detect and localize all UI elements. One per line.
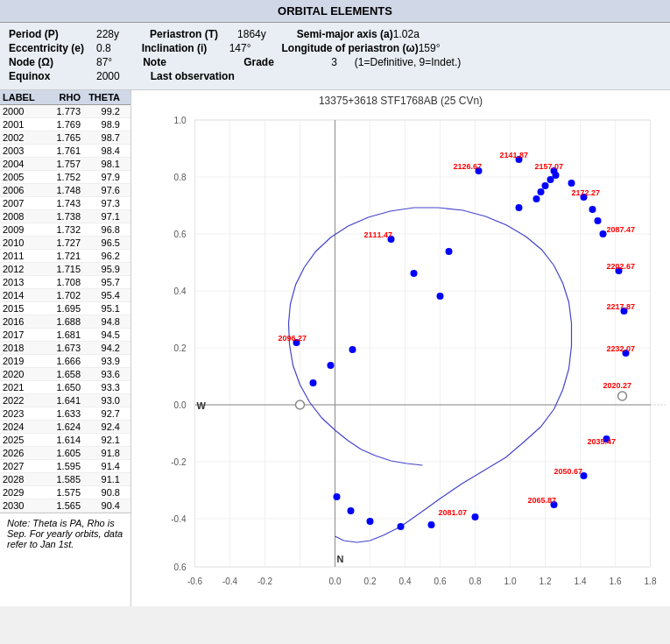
row-rho: 1.732 <box>39 223 83 236</box>
row-rho: 1.773 <box>39 105 83 117</box>
svg-point-82 <box>367 518 374 525</box>
svg-text:2126.67: 2126.67 <box>454 162 483 171</box>
row-label: 2016 <box>0 315 39 328</box>
row-rho: 1.715 <box>39 263 83 275</box>
table-row: 20201.65893.6 <box>0 368 130 381</box>
svg-point-94 <box>542 182 549 189</box>
row-label: 2024 <box>0 421 39 433</box>
periastron-label: Periastron (T) <box>150 28 237 40</box>
semi-major-value: 1.02a <box>393 28 420 40</box>
row-label: 2019 <box>0 355 39 367</box>
row-theta: 99.2 <box>83 105 123 117</box>
row-theta: 97.6 <box>83 184 123 196</box>
table-row: 20221.64193.0 <box>0 394 130 407</box>
row-label: 2011 <box>0 250 39 262</box>
row-theta: 97.1 <box>83 210 123 223</box>
table-row: 20041.75798.1 <box>0 158 130 171</box>
row-label: 2006 <box>0 184 39 196</box>
svg-text:-0.4: -0.4 <box>171 514 187 524</box>
table-row: 20271.59591.4 <box>0 460 130 473</box>
row-rho: 1.614 <box>39 434 83 446</box>
row-theta: 94.8 <box>83 315 123 328</box>
svg-text:-0.6: -0.6 <box>187 577 203 586</box>
row-theta: 91.4 <box>83 460 123 472</box>
table-row: 20071.74397.3 <box>0 197 130 210</box>
svg-point-86 <box>310 379 317 386</box>
row-rho: 1.624 <box>39 421 83 433</box>
row-rho: 1.708 <box>39 276 83 288</box>
svg-point-78 <box>472 513 479 520</box>
svg-point-90 <box>446 248 453 255</box>
table-section: LABEL RHO THETA 20001.77399.220011.76998… <box>0 90 131 606</box>
svg-text:2111.47: 2111.47 <box>364 230 393 239</box>
svg-text:2020.27: 2020.27 <box>603 381 632 390</box>
svg-point-80 <box>428 521 435 528</box>
eccentricity-value: 0.8 <box>96 42 111 54</box>
col-label-header: LABEL <box>0 90 39 104</box>
row-theta: 93.9 <box>83 355 123 367</box>
table-row: 20211.65093.3 <box>0 381 130 394</box>
grade-value: 3 <box>331 56 337 68</box>
svg-text:1.6: 1.6 <box>610 577 622 586</box>
table-row: 20231.63392.7 <box>0 407 130 421</box>
row-rho: 1.695 <box>39 302 83 315</box>
periastron-value: 1864y <box>237 28 266 40</box>
note-text: Note: Theta is PA, Rho is Sep. For yearl… <box>7 518 123 549</box>
row-label: 2009 <box>0 223 39 236</box>
header-title: ORBITAL ELEMENTS <box>278 4 392 18</box>
svg-point-81 <box>398 523 405 530</box>
row-theta: 95.7 <box>83 276 123 288</box>
table-row: 20021.76598.7 <box>0 131 130 145</box>
row-theta: 94.2 <box>83 342 123 354</box>
table-row: 20251.61492.1 <box>0 434 130 447</box>
row-label: 2020 <box>0 368 39 380</box>
svg-text:0.8: 0.8 <box>469 577 482 586</box>
table-row: 20171.68194.5 <box>0 329 130 342</box>
svg-text:0.2: 0.2 <box>364 577 377 586</box>
row-theta: 93.0 <box>83 394 123 407</box>
svg-text:1.0: 1.0 <box>174 116 187 125</box>
svg-point-70 <box>618 392 627 400</box>
svg-point-98 <box>589 206 596 213</box>
row-rho: 1.752 <box>39 171 83 183</box>
row-rho: 1.585 <box>39 473 83 485</box>
svg-text:0.4: 0.4 <box>399 577 412 586</box>
table-row: 20191.66693.9 <box>0 355 130 368</box>
svg-point-62 <box>600 230 607 237</box>
row-rho: 1.765 <box>39 131 83 144</box>
row-rho: 1.650 <box>39 381 83 393</box>
svg-text:2202.67: 2202.67 <box>607 262 636 271</box>
svg-text:1.4: 1.4 <box>575 577 587 586</box>
node-label: Node (Ω) <box>9 56 96 68</box>
svg-point-92 <box>533 195 540 202</box>
row-rho: 1.641 <box>39 394 83 407</box>
node-value: 87° <box>96 56 112 68</box>
row-theta: 98.1 <box>83 158 123 170</box>
row-rho: 1.575 <box>39 486 83 499</box>
inclination-label: Inclination (i) <box>142 42 229 54</box>
row-rho: 1.666 <box>39 355 83 367</box>
row-rho: 1.769 <box>39 118 83 131</box>
svg-text:2217.87: 2217.87 <box>607 302 636 311</box>
table-row: 20001.77399.2 <box>0 105 130 118</box>
note-section: Note: Theta is PA, Rho is Sep. For yearl… <box>0 513 130 554</box>
row-rho: 1.681 <box>39 329 83 341</box>
svg-point-53 <box>437 293 444 300</box>
row-label: 2026 <box>0 447 39 459</box>
row-theta: 90.8 <box>83 486 123 499</box>
table-row: 20111.72196.2 <box>0 250 130 263</box>
svg-text:1.8: 1.8 <box>645 577 657 586</box>
table-row: 20181.67394.2 <box>0 342 130 355</box>
svg-text:W: W <box>197 400 207 411</box>
table-row: 20011.76998.9 <box>0 118 130 131</box>
row-label: 2014 <box>0 289 39 301</box>
row-theta: 98.4 <box>83 145 123 157</box>
row-label: 2002 <box>0 131 39 144</box>
svg-rect-0 <box>195 120 651 567</box>
row-rho: 1.565 <box>39 499 83 512</box>
row-theta: 98.7 <box>83 131 123 144</box>
svg-point-99 <box>595 217 602 224</box>
svg-text:-0.2: -0.2 <box>171 457 187 467</box>
row-label: 2023 <box>0 407 39 420</box>
row-label: 2004 <box>0 158 39 170</box>
